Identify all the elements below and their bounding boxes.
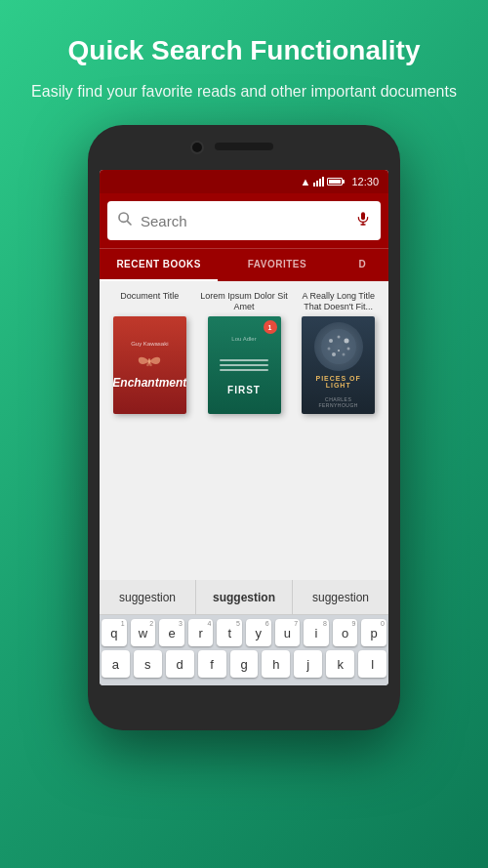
- phone-mockup: ▲ 12:30: [88, 125, 400, 730]
- book-item-2[interactable]: Lorem Ipsum Dolor Sit Amet 1 Lou Adler F…: [200, 291, 289, 570]
- svg-point-9: [344, 339, 348, 344]
- svg-point-14: [338, 350, 340, 351]
- status-icons: ▲ 12:30: [301, 176, 379, 187]
- svg-point-10: [327, 348, 330, 351]
- key-i[interactable]: 8i: [304, 619, 329, 646]
- key-l[interactable]: l: [358, 650, 386, 678]
- signal-bar-2: [316, 181, 318, 186]
- key-e[interactable]: 3e: [159, 619, 184, 646]
- mic-icon[interactable]: [355, 211, 371, 231]
- feature-subtitle: Easily find your favorite reads and othe…: [31, 80, 457, 103]
- suggestion-2[interactable]: suggestion: [196, 580, 293, 614]
- search-icon: [117, 211, 133, 231]
- book-cover-lines-2: [220, 346, 268, 385]
- book-title-1: Document Title: [120, 291, 179, 312]
- feature-header: Quick Search Functionality Easily find y…: [2, 0, 486, 115]
- battery-icon: [327, 178, 345, 186]
- key-d[interactable]: d: [166, 650, 194, 678]
- wifi-icon: ▲: [301, 176, 311, 187]
- keyboard-row-2: a s d f g h j k l: [102, 650, 386, 678]
- svg-point-8: [337, 336, 340, 339]
- key-y[interactable]: 6y: [246, 619, 271, 646]
- book-title-text-3: PIECES OF LIGHT: [305, 375, 371, 389]
- signal-bar-1: [313, 183, 315, 186]
- tab-favorites[interactable]: FAVORITES: [218, 249, 336, 281]
- svg-line-1: [127, 221, 131, 225]
- book-title-2: Lorem Ipsum Dolor Sit Amet: [200, 291, 289, 312]
- suggestions-bar: suggestion suggestion suggestion: [100, 580, 388, 615]
- svg-point-11: [346, 348, 349, 351]
- svg-point-12: [332, 352, 336, 356]
- svg-point-6: [321, 329, 356, 364]
- key-a[interactable]: a: [102, 650, 130, 678]
- svg-point-13: [342, 353, 345, 356]
- search-bar[interactable]: [107, 201, 381, 240]
- book-cover-2: 1 Lou Adler FIRST: [208, 316, 281, 414]
- key-w[interactable]: 2w: [131, 619, 156, 646]
- book-cover-art-3: [314, 322, 363, 371]
- key-p[interactable]: 0p: [361, 619, 386, 646]
- tabs-bar: RECENT BOOKS FAVORITES D: [100, 248, 388, 281]
- book-name-1: Enchantment: [113, 376, 186, 390]
- key-q[interactable]: 1q: [102, 619, 127, 646]
- suggestion-1[interactable]: suggestion: [100, 580, 196, 614]
- status-bar: ▲ 12:30: [100, 170, 388, 193]
- svg-rect-2: [361, 212, 365, 220]
- key-f[interactable]: f: [198, 650, 226, 678]
- keyboard: 1q 2w 3e 4r 5t 6y 7u 8i 9o 0p a s d f g …: [100, 615, 388, 685]
- book-dots-art: [319, 327, 358, 366]
- key-r[interactable]: 4r: [188, 619, 214, 646]
- book-item-1[interactable]: Document Title Guy Kawasaki Enchantment: [105, 291, 194, 570]
- status-time: 12:30: [351, 176, 379, 187]
- phone-screen: ▲ 12:30: [100, 170, 388, 685]
- key-u[interactable]: 7u: [275, 619, 301, 646]
- key-t[interactable]: 5t: [217, 619, 242, 646]
- book-cover-3: PIECES OF LIGHT CHARLES FERNYHOUGH: [302, 316, 375, 414]
- key-k[interactable]: k: [326, 650, 354, 678]
- books-grid: Document Title Guy Kawasaki Enchantment: [100, 281, 388, 580]
- key-j[interactable]: j: [294, 650, 322, 678]
- phone-camera: [190, 141, 204, 154]
- book-cover-1: Guy Kawasaki Enchantment: [113, 316, 186, 414]
- svg-point-5: [148, 358, 150, 364]
- book-cover-art-1: [135, 347, 164, 376]
- suggestion-3[interactable]: suggestion: [293, 580, 388, 614]
- svg-point-7: [329, 339, 333, 343]
- book-author-3: CHARLES FERNYHOUGH: [305, 396, 371, 408]
- book-author-2: Lou Adler: [231, 336, 256, 342]
- search-input[interactable]: [141, 213, 355, 229]
- key-g[interactable]: g: [230, 650, 259, 678]
- signal-bar-4: [322, 177, 324, 186]
- key-o[interactable]: 9o: [333, 619, 358, 646]
- tab-more[interactable]: D: [337, 249, 388, 281]
- keyboard-row-1: 1q 2w 3e 4r 5t 6y 7u 8i 9o 0p: [102, 619, 386, 646]
- book-title-3: A Really Long Title That Doesn't Fit...: [294, 291, 383, 312]
- feature-title: Quick Search Functionality: [31, 35, 457, 66]
- book-name-2: FIRST: [227, 385, 261, 395]
- book-item-3[interactable]: A Really Long Title That Doesn't Fit...: [294, 291, 383, 570]
- signal-bars: [313, 177, 324, 186]
- signal-bar-3: [319, 179, 321, 186]
- phone-speaker: [215, 143, 273, 150]
- app-bar: [100, 193, 388, 248]
- key-h[interactable]: h: [262, 650, 290, 678]
- key-s[interactable]: s: [134, 650, 162, 678]
- tab-recent-books[interactable]: RECENT BOOKS: [100, 249, 218, 281]
